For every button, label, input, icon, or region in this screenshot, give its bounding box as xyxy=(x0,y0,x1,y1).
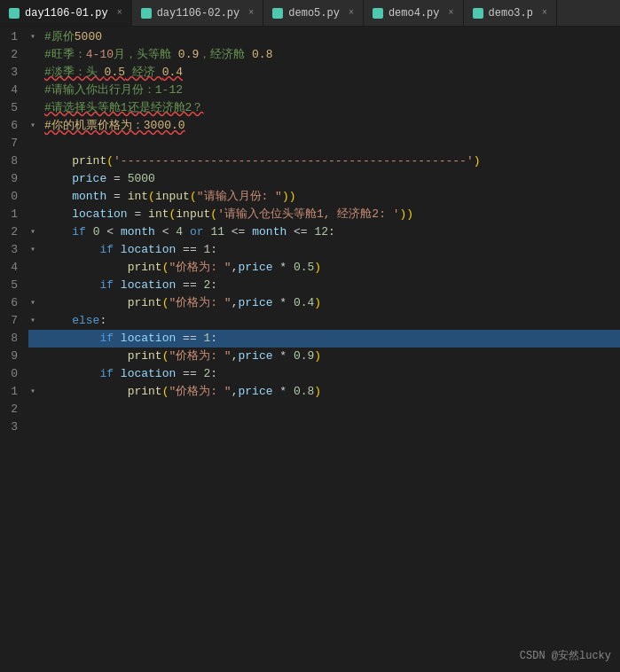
fold-13[interactable]: ▾ xyxy=(30,241,44,259)
code-line-5: #请选择头等舱1还是经济舱2？ xyxy=(28,99,620,117)
fold-1[interactable]: ▾ xyxy=(30,28,44,46)
code-line-2: #旺季：4-10月，头等舱 0.9，经济舱 0.8 xyxy=(28,46,620,64)
code-line-8: print('---------------------------------… xyxy=(28,152,620,170)
code-line-3: #淡季：头 0.5 经济 0.4 xyxy=(28,64,620,82)
tab-demo5[interactable]: demo5.py × xyxy=(263,0,364,27)
fold-16[interactable]: ▾ xyxy=(30,294,44,312)
line-numbers: 1 2 3 4 5 6 7 8 9 0 1 2 3 4 5 6 7 8 9 0 … xyxy=(0,27,25,672)
title-bar: day1106-01.py × day1106-02.py × demo5.py… xyxy=(0,0,620,27)
code-area[interactable]: ▾#原价5000 #旺季：4-10月，头等舱 0.9，经济舱 0.8 #淡季：头… xyxy=(25,27,620,672)
code-line-11: location = int(input('请输入仓位头等舱1, 经济舱2: '… xyxy=(28,206,620,223)
code-line-1: ▾#原价5000 xyxy=(28,28,620,46)
editor: 1 2 3 4 5 6 7 8 9 0 1 2 3 4 5 6 7 8 9 0 … xyxy=(0,27,620,672)
fold-12[interactable]: ▾ xyxy=(30,223,44,241)
code-line-19: print("价格为: ",price * 0.9) xyxy=(28,348,620,365)
tab-demo3[interactable]: demo3.p × xyxy=(464,0,557,27)
fold-21[interactable]: ▾ xyxy=(30,383,44,401)
code-line-22 xyxy=(28,401,620,418)
tab-day1106-01[interactable]: day1106-01.py × xyxy=(0,0,132,27)
tab-demo4[interactable]: demo4.py × xyxy=(364,0,464,27)
code-line-6: ▾#你的机票价格为：3000.0 xyxy=(28,117,620,135)
fold-17[interactable]: ▾ xyxy=(30,312,44,330)
code-line-10: month = int(input("请输入月份: ")) xyxy=(28,188,620,206)
code-line-23 xyxy=(28,418,620,436)
code-line-21: ▾ print("价格为: ",price * 0.8) xyxy=(28,383,620,401)
watermark: CSDN @安然lucky xyxy=(520,648,611,663)
code-line-17: ▾ else: xyxy=(28,312,620,330)
fold-6[interactable]: ▾ xyxy=(30,117,44,135)
tab-day1106-02[interactable]: day1106-02.py × xyxy=(132,0,264,27)
code-line-18: if location == 1: xyxy=(28,330,620,348)
code-line-14: print("价格为: ",price * 0.5) xyxy=(28,259,620,277)
code-line-15: if location == 2: xyxy=(28,277,620,294)
code-line-9: price = 5000 xyxy=(28,170,620,188)
code-line-20: if location == 2: xyxy=(28,365,620,383)
code-line-16: ▾ print("价格为: ",price * 0.4) xyxy=(28,294,620,312)
code-line-12: ▾ if 0 < month < 4 or 11 <= month <= 12: xyxy=(28,223,620,241)
code-line-13: ▾ if location == 1: xyxy=(28,241,620,259)
code-line-4: #请输入你出行月份：1-12 xyxy=(28,82,620,99)
code-line-7 xyxy=(28,135,620,152)
